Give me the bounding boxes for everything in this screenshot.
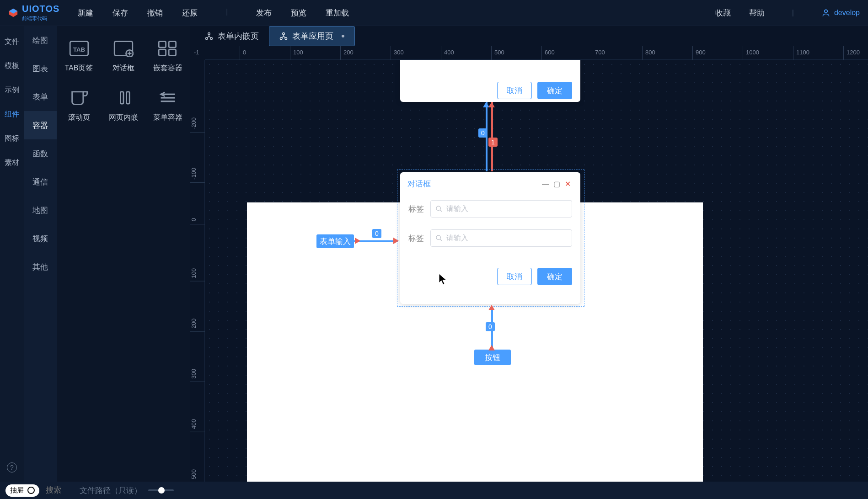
toggle-knob	[27, 487, 35, 494]
maximize-icon[interactable]: ▢	[551, 180, 562, 188]
ruler-horizontal: 0 100 200 300 400 500 600 700 800 900 10…	[205, 46, 868, 60]
menu-save[interactable]: 保存	[113, 8, 128, 18]
tick-v: 500	[190, 469, 205, 483]
connection-badge[interactable]: 1	[488, 138, 498, 147]
rail-template[interactable]: 模板	[5, 61, 19, 71]
rail-material[interactable]: 素材	[5, 158, 19, 168]
svg-rect-14	[126, 91, 129, 103]
tab-label: 表单内嵌页	[218, 31, 259, 42]
menu-publish[interactable]: 发布	[256, 8, 272, 18]
menu-help[interactable]: 帮助	[749, 8, 765, 18]
node-button[interactable]: 按钮	[474, 350, 511, 365]
svg-marker-25	[488, 102, 495, 107]
svg-rect-9	[159, 41, 166, 47]
left-rail: 文件 模板 示例 组件 图标 素材 ?	[0, 26, 24, 482]
text-input[interactable]: 请输入	[430, 229, 572, 247]
rail-file[interactable]: 文件	[5, 37, 19, 47]
cat-chart[interactable]: 图表	[24, 54, 57, 83]
tick-h: 700	[592, 46, 605, 60]
search-icon	[435, 205, 443, 212]
text-input[interactable]: 请输入	[430, 200, 572, 218]
connection-badge[interactable]: 0	[478, 128, 488, 138]
comp-label: 菜单容器	[153, 113, 182, 122]
svg-point-18	[208, 33, 210, 35]
menu-new[interactable]: 新建	[78, 8, 93, 18]
rail-icon[interactable]: 图标	[5, 134, 19, 143]
tab-form-inner[interactable]: 表单内嵌页	[195, 26, 269, 46]
comp-label: 网页内嵌	[109, 113, 138, 122]
cat-function[interactable]: 函数	[24, 139, 57, 168]
svg-line-29	[440, 239, 442, 241]
tick-h: 1200	[843, 46, 860, 60]
tab-form-app[interactable]: 表单应用页	[269, 26, 355, 46]
minimize-icon[interactable]: —	[540, 180, 551, 188]
cat-draw[interactable]: 绘图	[24, 26, 57, 54]
dialog-title: 对话框	[407, 179, 540, 189]
cancel-button[interactable]: 取消	[497, 82, 532, 99]
help-icon[interactable]: ?	[7, 462, 17, 472]
close-icon[interactable]: ✕	[562, 180, 573, 188]
dialog-top-preview[interactable]: 取消 确定	[400, 60, 580, 102]
rail-example[interactable]: 示例	[5, 85, 19, 95]
ok-button[interactable]: 确定	[537, 82, 572, 99]
comp-tab[interactable]: TAB TAB页签	[57, 32, 101, 81]
menu-redo[interactable]: 还原	[182, 8, 198, 18]
svg-marker-30	[355, 238, 360, 244]
menu-undo[interactable]: 撤销	[147, 8, 163, 18]
drawer-toggle[interactable]: 抽屉	[5, 484, 39, 497]
user-name: develop	[834, 9, 860, 17]
ok-button[interactable]: 确定	[537, 268, 572, 285]
ruler-vertical: -200 -100 0 100 200 300 400 500	[190, 60, 205, 482]
cursor-icon	[439, 274, 447, 285]
menu-separator: |	[226, 8, 228, 18]
cat-map[interactable]: 地图	[24, 196, 57, 224]
cat-form[interactable]: 表单	[24, 83, 57, 111]
top-bar: UIOTOS 前端零代码 新建 保存 撤销 还原 | 发布 预览 重加载 收藏 …	[0, 0, 868, 26]
category-column: 绘图 图表 表单 容器 函数 通信 地图 视频 其他	[24, 26, 57, 482]
comp-menu-container[interactable]: 菜单容器	[145, 81, 190, 130]
cat-container[interactable]: 容器	[24, 111, 57, 139]
comp-iframe[interactable]: 网页内嵌	[101, 81, 145, 130]
connection-line[interactable]	[354, 240, 398, 242]
user-menu[interactable]: develop	[821, 8, 860, 17]
tick-h: 1100	[793, 46, 809, 60]
tick-h: 0	[240, 46, 246, 60]
slider-knob[interactable]	[158, 487, 165, 494]
tick-v: 200	[190, 319, 205, 332]
connection-badge[interactable]: 0	[486, 322, 495, 331]
rail-component[interactable]: 组件	[5, 110, 19, 119]
tick-v: 400	[190, 419, 205, 432]
tick-v: 100	[190, 268, 205, 281]
svg-rect-12	[169, 49, 176, 55]
comp-label: 滚动页	[68, 113, 90, 122]
drawer-label: 抽屉	[10, 486, 24, 495]
menu-preview[interactable]: 预览	[291, 8, 306, 18]
svg-point-28	[436, 235, 440, 239]
tick-v: 0	[190, 218, 205, 224]
menu-favorite[interactable]: 收藏	[715, 8, 731, 18]
cancel-button[interactable]: 取消	[497, 268, 532, 285]
main-menu: 新建 保存 撤销 还原 | 发布 预览 重加载	[78, 8, 715, 18]
cat-comm[interactable]: 通信	[24, 168, 57, 196]
connection-badge[interactable]: 0	[372, 229, 381, 238]
tick-h: 100	[290, 46, 303, 60]
node-form-input[interactable]: 表单输入	[316, 234, 354, 248]
form-field: 标签 请输入	[408, 200, 572, 218]
search-input[interactable]	[46, 486, 73, 495]
canvas[interactable]: 取消 确定 0 1 对话框 — ▢ ✕	[205, 60, 868, 482]
menu-separator: |	[792, 9, 794, 17]
svg-marker-31	[393, 238, 399, 244]
tick-v: 300	[190, 369, 205, 382]
connection-line[interactable]	[491, 102, 493, 171]
comp-scroll[interactable]: 滚动页	[57, 81, 101, 130]
comp-dialog[interactable]: 对话框	[101, 32, 145, 81]
zoom-slider[interactable]	[148, 489, 174, 491]
comp-nest[interactable]: 嵌套容器	[145, 32, 190, 81]
svg-marker-34	[439, 274, 446, 285]
tab-dirty-dot	[342, 35, 344, 37]
menu-reload[interactable]: 重加载	[326, 8, 349, 18]
cat-other[interactable]: 其他	[24, 253, 57, 281]
dialog-main[interactable]: 对话框 — ▢ ✕ 标签 请输入 标签	[400, 172, 580, 304]
ruler-corner: -1	[194, 49, 199, 56]
cat-video[interactable]: 视频	[24, 224, 57, 253]
